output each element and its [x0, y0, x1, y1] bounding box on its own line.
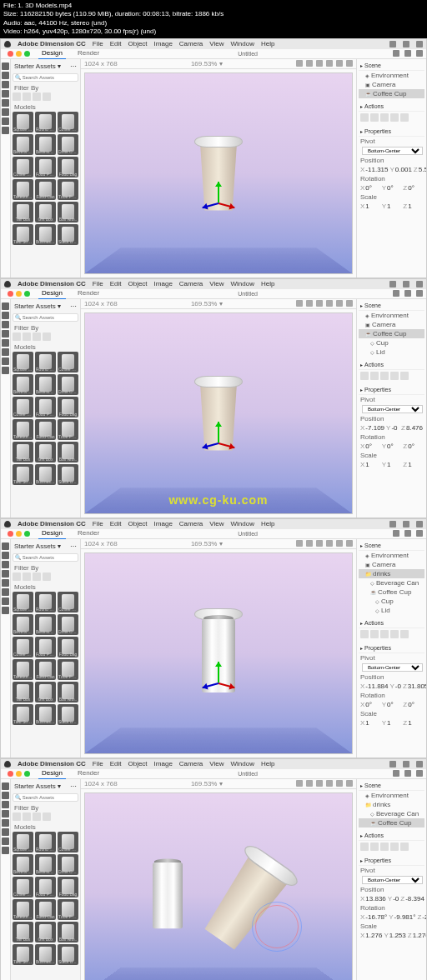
action-button[interactable]: [390, 372, 399, 380]
asset-thumbnail[interactable]: [13, 854, 33, 875]
asset-thumbnail[interactable]: [35, 157, 56, 178]
menu-camera[interactable]: Camera: [179, 760, 203, 768]
viewport-tool[interactable]: [326, 540, 333, 547]
filter-btn[interactable]: [43, 572, 51, 581]
menu-edit[interactable]: Edit: [110, 520, 122, 528]
apple-logo[interactable]: [4, 521, 11, 528]
viewport-tool[interactable]: [316, 300, 323, 307]
filter-btn[interactable]: [33, 812, 41, 821]
app-name[interactable]: Adobe Dimension CC: [18, 520, 86, 528]
asset-thumbnail[interactable]: [35, 682, 56, 702]
asset-thumbnail[interactable]: [58, 157, 78, 178]
rot-x[interactable]: 0°: [365, 442, 372, 450]
asset-thumbnail[interactable]: [35, 637, 56, 658]
asset-thumbnail[interactable]: [13, 202, 33, 222]
zoom-level[interactable]: 169.53% ▾: [191, 540, 223, 548]
asset-thumbnail[interactable]: [13, 374, 33, 395]
pivot-dropdown[interactable]: Bottom-Center: [362, 663, 423, 672]
menu-window[interactable]: Window: [230, 520, 254, 528]
tool-button[interactable]: [2, 330, 9, 338]
tab-render[interactable]: Render: [74, 288, 103, 299]
viewport-tool[interactable]: [296, 60, 303, 67]
share-icon[interactable]: [393, 290, 399, 297]
minimize-window[interactable]: [16, 531, 22, 537]
pos-x[interactable]: -7.109: [365, 424, 384, 432]
filter-btn[interactable]: [33, 332, 41, 341]
app-name[interactable]: Adobe Dimension CC: [18, 280, 86, 288]
tool-button[interactable]: [2, 367, 9, 374]
action-button[interactable]: [400, 842, 409, 851]
settings-icon[interactable]: [416, 290, 423, 297]
pos-y[interactable]: -0: [391, 424, 397, 432]
tool-button[interactable]: [2, 302, 9, 310]
filter-btn[interactable]: [13, 812, 21, 821]
asset-thumbnail[interactable]: [13, 877, 33, 898]
asset-thumbnail[interactable]: [58, 224, 78, 245]
tool-button[interactable]: [2, 90, 9, 98]
search-input[interactable]: [13, 313, 78, 322]
scene-item[interactable]: ▣ Camera: [359, 320, 424, 329]
viewport-tool[interactable]: [346, 60, 353, 67]
scene-item[interactable]: ☕ Coffee Cup: [359, 89, 424, 98]
scene-item[interactable]: ▣ Camera: [359, 80, 424, 89]
menu-edit[interactable]: Edit: [110, 40, 122, 48]
menu-file[interactable]: File: [93, 760, 103, 768]
rot-x[interactable]: -16.78°: [365, 913, 387, 921]
tool-button[interactable]: [2, 348, 9, 356]
asset-thumbnail[interactable]: [58, 464, 78, 485]
asset-thumbnail[interactable]: [13, 397, 33, 418]
menu-window[interactable]: Window: [230, 40, 254, 48]
tool-button[interactable]: [2, 579, 9, 587]
menu-view[interactable]: View: [209, 760, 224, 768]
filter-btn[interactable]: [13, 332, 21, 341]
pos-z[interactable]: 8.476: [406, 424, 423, 432]
asset-thumbnail[interactable]: [58, 854, 78, 875]
scene-item[interactable]: ☕ Coffee Cup: [359, 588, 424, 597]
viewport-tool[interactable]: [346, 300, 353, 307]
rot-x[interactable]: 0°: [365, 701, 372, 708]
actions-panel-header[interactable]: Actions: [359, 360, 424, 370]
asset-thumbnail[interactable]: [13, 922, 33, 942]
menu-camera[interactable]: Camera: [179, 40, 203, 48]
apple-logo[interactable]: [4, 761, 11, 768]
asset-thumbnail[interactable]: [58, 442, 78, 462]
asset-thumbnail[interactable]: [58, 659, 78, 680]
scene-panel-header[interactable]: Scene: [359, 301, 424, 311]
pos-z[interactable]: -8.394: [405, 895, 424, 902]
action-button[interactable]: [400, 630, 409, 638]
rot-z[interactable]: 0°: [408, 701, 414, 708]
viewport-tool[interactable]: [326, 780, 333, 787]
scene-item[interactable]: ▣ Camera: [359, 560, 424, 569]
scale-y[interactable]: 1: [387, 719, 390, 727]
close-window[interactable]: [8, 51, 13, 57]
scale-y[interactable]: 1: [387, 202, 390, 210]
pos-x[interactable]: -11.884: [365, 682, 388, 690]
filter-btn[interactable]: [23, 812, 31, 821]
rotate-gizmo[interactable]: [252, 902, 302, 952]
tool-button[interactable]: [2, 81, 9, 88]
apple-logo[interactable]: [4, 41, 11, 48]
pos-y[interactable]: 0.001: [395, 166, 412, 173]
menu-view[interactable]: View: [209, 520, 224, 528]
settings-icon[interactable]: [416, 770, 423, 777]
scale-x[interactable]: 1: [365, 719, 369, 727]
asset-thumbnail[interactable]: [13, 592, 33, 612]
minimize-window[interactable]: [16, 51, 22, 57]
action-button[interactable]: [380, 630, 389, 638]
tool-button[interactable]: [2, 118, 9, 125]
asset-thumbnail[interactable]: [58, 592, 78, 612]
tool-button[interactable]: [2, 321, 9, 328]
tool-button[interactable]: [2, 838, 9, 845]
menu-help[interactable]: Help: [261, 760, 274, 768]
asset-thumbnail[interactable]: [35, 202, 56, 222]
maximize-window[interactable]: [24, 291, 30, 297]
actions-panel-header[interactable]: Actions: [359, 618, 424, 628]
viewport-tool[interactable]: [316, 780, 323, 787]
menu-view[interactable]: View: [209, 280, 224, 288]
asset-thumbnail[interactable]: [35, 442, 56, 462]
menu-file[interactable]: File: [93, 280, 103, 288]
asset-thumbnail[interactable]: [35, 854, 56, 875]
asset-thumbnail[interactable]: [13, 179, 33, 200]
scale-z[interactable]: 1: [408, 461, 411, 468]
move-gizmo[interactable]: [198, 422, 239, 463]
